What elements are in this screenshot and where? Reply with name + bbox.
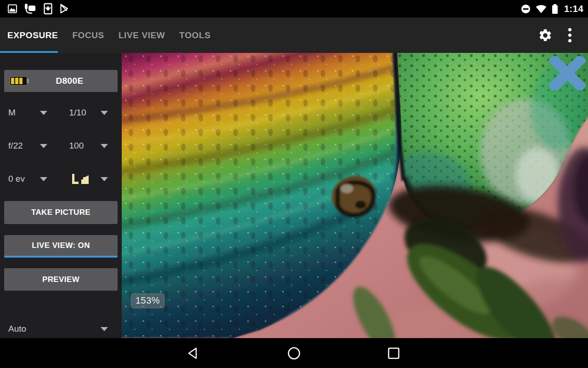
overflow-menu-icon[interactable] [565,26,574,44]
usb-otg-icon [24,3,37,15]
camera-select-button[interactable]: D800E [4,70,118,92]
toolbar-actions [538,17,588,53]
home-icon[interactable] [287,346,301,360]
app-screen: 1:14 EXPOSURE FOCUS LIVE VIEW TOOLS D800… [0,0,588,368]
status-bar-notifications [7,3,70,15]
take-picture-button[interactable]: TAKE PICTURE [4,201,118,224]
main-content: D800E M 1/10 f/22 100 [0,53,588,338]
back-icon[interactable] [187,346,198,360]
recents-icon[interactable] [387,346,401,360]
do-not-disturb-icon [520,4,531,14]
chevron-down-icon [40,111,47,115]
exposure-compensation-value: 0 ev [8,174,25,184]
shutter-speed-value: 1/10 [69,108,86,118]
chevron-down-icon [40,177,47,181]
aperture-value: f/22 [8,141,23,151]
spinner-exposure-mode[interactable]: M [0,104,61,121]
spinner-shutter-speed[interactable]: 1/10 [61,104,122,121]
play-store-icon [59,3,70,14]
tab-live-view[interactable]: LIVE VIEW [119,30,165,40]
jpeg-large-quality-icon [69,172,91,186]
close-x-icon[interactable] [549,56,586,90]
spinner-exposure-compensation[interactable]: 0 ev [0,171,61,187]
sidebar-bottom-spinner[interactable]: Auto [0,321,122,337]
settings-gear-icon[interactable] [538,28,553,43]
spinner-iso[interactable]: 100 [61,138,122,154]
chevron-down-icon [101,177,108,181]
wifi-icon [535,4,547,14]
exposure-panel: D800E M 1/10 f/22 100 [0,53,122,338]
tab-bar: EXPOSURE FOCUS LIVE VIEW TOOLS [0,30,210,40]
android-nav-bar [0,338,588,368]
live-view-toggle-button[interactable]: LIVE VIEW: ON [4,235,118,258]
exposure-mode-value: M [8,108,16,118]
gallery-icon [7,4,17,14]
chevron-down-icon [40,144,47,148]
spinner-image-quality[interactable] [61,171,122,187]
bottom-spinner-value: Auto [8,324,26,334]
chevron-down-icon [101,327,108,331]
tab-focus[interactable]: FOCUS [72,30,104,40]
status-bar-system: 1:14 [520,3,583,15]
camera-name: D800E [27,76,112,86]
status-bar: 1:14 [0,0,588,17]
tab-exposure[interactable]: EXPOSURE [7,30,58,40]
clock: 1:14 [564,4,583,14]
tab-tools[interactable]: TOOLS [179,30,210,40]
iso-value: 100 [69,141,84,151]
camera-battery-level-icon [10,76,27,86]
app-toolbar: EXPOSURE FOCUS LIVE VIEW TOOLS [0,17,588,53]
zoom-level-badge: 153% [131,293,164,308]
spinner-aperture[interactable]: f/22 [0,138,61,154]
live-view-image[interactable]: 153% [122,53,588,338]
battery-icon [551,3,559,15]
beetle-macro-photo [122,53,588,338]
chevron-down-icon [101,144,108,148]
preview-button[interactable]: PREVIEW [4,268,118,291]
download-icon [43,3,53,15]
chevron-down-icon [101,111,108,115]
